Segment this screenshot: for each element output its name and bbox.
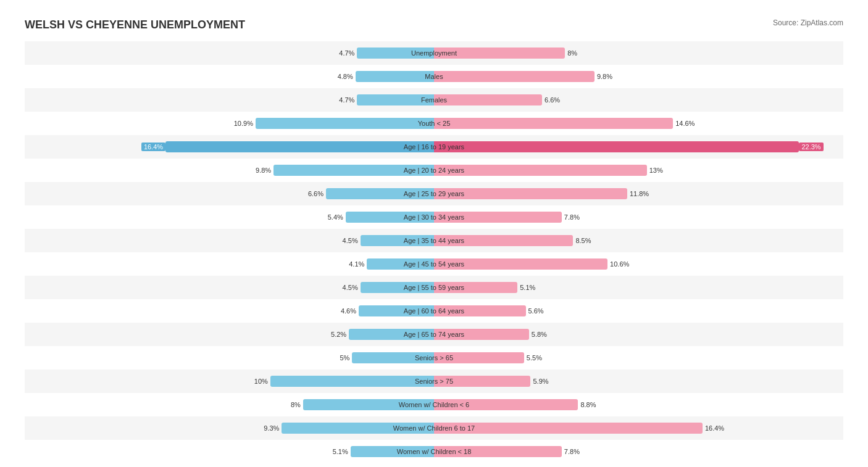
chart-container: WELSH VS CHEYENNE UNEMPLOYMENT Source: Z… bbox=[12, 12, 856, 467]
value-left: 4.7% bbox=[339, 96, 357, 104]
value-right: 5.5% bbox=[524, 354, 542, 362]
row-label: Age | 30 to 34 years bbox=[404, 213, 464, 221]
value-left: 4.7% bbox=[339, 49, 357, 57]
bar-right bbox=[434, 141, 799, 152]
value-right: 9.8% bbox=[595, 73, 612, 80]
bar-left bbox=[270, 376, 434, 387]
row-inner: 4.5% Age | 55 to 59 years 5.1% bbox=[25, 276, 843, 299]
bars-area: 4.6% Age | 60 to 64 years 5.6% bbox=[25, 302, 843, 320]
row-inner: 10.9% Youth < 25 14.6% bbox=[25, 112, 843, 135]
value-left: 8% bbox=[291, 401, 303, 408]
value-right: 11.8% bbox=[627, 190, 649, 197]
chart-row: 4.8% Males 9.8% bbox=[25, 65, 843, 88]
bars-area: 8% Women w/ Children < 6 8.8% bbox=[25, 395, 843, 414]
chart-row: 4.5% Age | 35 to 44 years 8.5% bbox=[25, 229, 843, 252]
bars-area: 4.7% Females 6.6% bbox=[25, 91, 843, 109]
value-left: 4.8% bbox=[338, 73, 356, 80]
row-inner: 8% Women w/ Children < 6 8.8% bbox=[25, 393, 843, 416]
bars-area: 16.4% Age | 16 to 19 years 22.3% bbox=[25, 138, 843, 156]
chart-row: 6.6% Age | 25 to 29 years 11.8% bbox=[25, 182, 843, 205]
bars-area: 4.1% Age | 45 to 54 years 10.6% bbox=[25, 255, 843, 273]
value-left: 9.8% bbox=[256, 167, 273, 174]
value-right: 7.8% bbox=[562, 448, 580, 455]
value-right: 6.6% bbox=[542, 96, 560, 104]
value-right: 8.5% bbox=[573, 237, 591, 244]
value-left: 4.1% bbox=[349, 260, 367, 268]
value-left: 4.5% bbox=[343, 237, 361, 244]
row-label: Age | 20 to 24 years bbox=[404, 167, 464, 174]
row-inner: 10% Seniors > 75 5.9% bbox=[25, 370, 843, 393]
bars-area: 4.8% Males 9.8% bbox=[25, 67, 843, 86]
chart-source: Source: ZipAtlas.com bbox=[773, 19, 843, 27]
value-right: 7.8% bbox=[562, 213, 580, 221]
value-left: 16.4% bbox=[141, 143, 165, 151]
chart-row: 4.7% Unemployment 8% bbox=[25, 41, 843, 65]
value-left: 9.3% bbox=[264, 424, 282, 432]
value-right: 5.1% bbox=[517, 284, 535, 291]
row-label: Seniors > 75 bbox=[415, 378, 453, 385]
value-left: 6.6% bbox=[308, 190, 326, 197]
row-inner: 5.1% Women w/ Children < 18 7.8% bbox=[25, 440, 843, 463]
value-left: 4.6% bbox=[341, 307, 359, 315]
value-left: 5.4% bbox=[328, 213, 346, 221]
value-right: 14.6% bbox=[673, 120, 695, 127]
row-inner: 5.2% Age | 65 to 74 years 5.8% bbox=[25, 323, 843, 346]
chart-row: 9.3% Women w/ Children 6 to 17 16.4% bbox=[25, 416, 843, 440]
row-inner: 4.5% Age | 35 to 44 years 8.5% bbox=[25, 229, 843, 252]
bars-area: 10% Seniors > 75 5.9% bbox=[25, 372, 843, 391]
bar-right bbox=[434, 118, 673, 129]
chart-row: 5% Seniors > 65 5.5% bbox=[25, 346, 843, 370]
row-label: Women w/ Children < 18 bbox=[397, 448, 472, 455]
value-right: 13% bbox=[647, 167, 663, 174]
row-label: Females bbox=[421, 96, 447, 104]
row-label: Age | 35 to 44 years bbox=[404, 237, 464, 244]
bars-area: 4.7% Unemployment 8% bbox=[25, 44, 843, 62]
value-right: 5.9% bbox=[530, 378, 548, 385]
value-left: 4.5% bbox=[343, 284, 361, 291]
value-left: 5.1% bbox=[333, 448, 351, 455]
bar-left bbox=[256, 118, 434, 129]
row-label: Age | 55 to 59 years bbox=[404, 284, 464, 291]
bar-left bbox=[165, 141, 434, 152]
value-left: 5% bbox=[340, 354, 353, 362]
row-inner: 5% Seniors > 65 5.5% bbox=[25, 346, 843, 370]
chart-row: 10% Seniors > 75 5.9% bbox=[25, 370, 843, 393]
row-inner: 9.3% Women w/ Children 6 to 17 16.4% bbox=[25, 416, 843, 440]
chart-row: 4.7% Females 6.6% bbox=[25, 88, 843, 112]
chart-row: 16.4% Age | 16 to 19 years 22.3% bbox=[25, 135, 843, 159]
chart-row: 5.2% Age | 65 to 74 years 5.8% bbox=[25, 323, 843, 346]
value-right: 16.4% bbox=[703, 424, 724, 432]
chart-row: 5.4% Age | 30 to 34 years 7.8% bbox=[25, 205, 843, 229]
value-right: 8% bbox=[565, 49, 577, 57]
row-inner: 4.1% Age | 45 to 54 years 10.6% bbox=[25, 252, 843, 276]
row-inner: 5.4% Age | 30 to 34 years 7.8% bbox=[25, 205, 843, 229]
row-inner: 16.4% Age | 16 to 19 years 22.3% bbox=[25, 135, 843, 159]
value-right: 8.8% bbox=[578, 401, 596, 408]
row-label: Age | 65 to 74 years bbox=[404, 331, 464, 338]
value-right: 5.8% bbox=[529, 331, 547, 338]
row-label: Women w/ Children < 6 bbox=[399, 401, 469, 408]
row-label: Unemployment bbox=[411, 49, 457, 57]
chart-row: 4.1% Age | 45 to 54 years 10.6% bbox=[25, 252, 843, 276]
chart-row: 10.9% Youth < 25 14.6% bbox=[25, 112, 843, 135]
row-label: Youth < 25 bbox=[418, 120, 451, 127]
row-inner: 4.8% Males 9.8% bbox=[25, 65, 843, 88]
bars-area: 5.4% Age | 30 to 34 years 7.8% bbox=[25, 208, 843, 226]
row-label: Age | 60 to 64 years bbox=[404, 307, 464, 315]
row-label: Age | 45 to 54 years bbox=[404, 260, 464, 268]
row-inner: 4.6% Age | 60 to 64 years 5.6% bbox=[25, 299, 843, 323]
row-label: Males bbox=[425, 73, 443, 80]
value-right: 10.6% bbox=[607, 260, 629, 268]
bars-area: 6.6% Age | 25 to 29 years 11.8% bbox=[25, 184, 843, 203]
bars-area: 5% Seniors > 65 5.5% bbox=[25, 349, 843, 367]
chart-row: 4.5% Age | 55 to 59 years 5.1% bbox=[25, 276, 843, 299]
bar-right bbox=[434, 71, 595, 82]
bars-area: 4.5% Age | 35 to 44 years 8.5% bbox=[25, 231, 843, 250]
value-left: 5.2% bbox=[331, 331, 349, 338]
bar-left bbox=[356, 71, 434, 82]
value-right: 22.3% bbox=[799, 143, 823, 151]
bar-right bbox=[434, 94, 542, 105]
row-inner: 9.8% Age | 20 to 24 years 13% bbox=[25, 159, 843, 182]
chart-rows: 4.7% Unemployment 8% 4.8% Males 9.8% bbox=[25, 41, 843, 463]
row-label: Age | 25 to 29 years bbox=[404, 190, 464, 197]
